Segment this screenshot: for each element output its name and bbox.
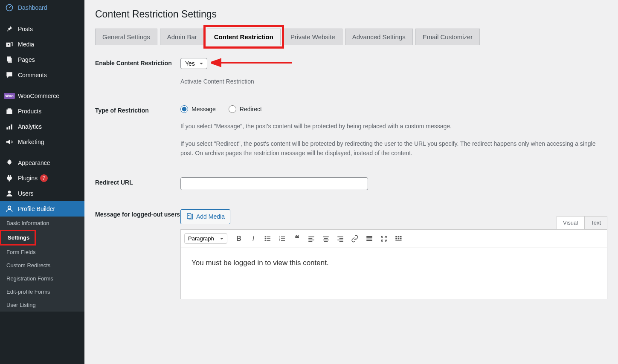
redirect-url-input[interactable] xyxy=(180,177,368,190)
sidebar-item-label: Comments xyxy=(18,72,47,78)
radio-redirect[interactable]: Redirect xyxy=(229,105,262,113)
type-helper-2: If you select "Redirect", the post's con… xyxy=(180,139,607,158)
sidebar-item-media[interactable]: Media xyxy=(0,37,84,52)
plugins-icon xyxy=(5,174,14,182)
submenu-basic-information[interactable]: Basic Information xyxy=(0,217,84,230)
svg-rect-42 xyxy=(395,236,397,237)
svg-rect-34 xyxy=(324,241,328,242)
align-center-icon[interactable] xyxy=(319,232,332,245)
radio-message-input[interactable] xyxy=(180,105,188,113)
svg-point-19 xyxy=(265,240,266,241)
svg-point-17 xyxy=(265,238,266,239)
svg-point-10 xyxy=(8,191,11,194)
sidebar-item-label: Plugins xyxy=(18,175,38,182)
svg-rect-38 xyxy=(339,241,343,242)
page-title: Content Restriction Settings xyxy=(95,9,607,20)
paragraph-select[interactable]: Paragraph xyxy=(184,233,227,244)
sidebar-item-marketing[interactable]: Marketing xyxy=(0,134,84,152)
svg-rect-47 xyxy=(400,238,402,239)
sidebar-item-pages[interactable]: Pages xyxy=(0,52,84,67)
svg-rect-7 xyxy=(6,127,8,130)
enable-helper: Activate Content Restriction xyxy=(180,77,607,86)
radio-redirect-input[interactable] xyxy=(229,105,236,113)
submenu-form-fields[interactable]: Form Fields xyxy=(0,246,84,259)
editor-tab-text[interactable]: Text xyxy=(584,216,607,229)
svg-rect-30 xyxy=(308,241,312,242)
sidebar-item-label: Products xyxy=(18,108,41,115)
quote-icon[interactable]: ❝ xyxy=(290,232,303,245)
svg-rect-16 xyxy=(267,236,270,237)
readmore-icon[interactable] xyxy=(363,232,376,245)
tab-admin-bar[interactable]: Admin Bar xyxy=(160,29,204,45)
italic-icon[interactable]: I xyxy=(247,232,260,245)
bullet-list-icon[interactable] xyxy=(261,232,274,245)
align-right-icon[interactable] xyxy=(334,232,347,245)
svg-rect-43 xyxy=(398,236,400,237)
sidebar-item-label: Appearance xyxy=(18,159,50,166)
svg-rect-36 xyxy=(339,238,343,239)
editor-content[interactable]: You must be logged in to view this conte… xyxy=(180,248,607,299)
submenu-custom-redirects[interactable]: Custom Redirects xyxy=(0,259,84,272)
submenu-user-listing[interactable]: User Listing xyxy=(0,298,84,312)
tab-content-restriction[interactable]: Content Restriction xyxy=(207,29,281,45)
svg-rect-27 xyxy=(308,236,314,237)
svg-rect-44 xyxy=(400,236,402,237)
comments-icon xyxy=(5,71,14,79)
editor-tab-visual[interactable]: Visual xyxy=(557,216,584,229)
tab-general-settings[interactable]: General Settings xyxy=(95,29,157,45)
sidebar-item-label: Posts xyxy=(18,26,33,32)
svg-point-14 xyxy=(188,215,189,216)
svg-rect-18 xyxy=(267,238,270,239)
tab-email-customizer[interactable]: Email Customizer xyxy=(415,29,480,45)
submenu-registration-forms[interactable]: Registration Forms xyxy=(0,272,84,285)
annotation-arrow xyxy=(211,56,292,69)
appearance-icon xyxy=(5,159,14,167)
toolbar-toggle-icon[interactable] xyxy=(392,232,405,245)
svg-rect-39 xyxy=(366,236,372,238)
svg-marker-13 xyxy=(211,59,221,66)
add-media-button[interactable]: Add Media xyxy=(180,209,230,224)
svg-rect-31 xyxy=(323,236,329,237)
sidebar-item-label: Media xyxy=(18,41,34,48)
svg-rect-37 xyxy=(337,240,343,240)
sidebar-item-plugins[interactable]: Plugins 7 xyxy=(0,170,84,186)
bold-icon[interactable]: B xyxy=(232,232,245,245)
sidebar-item-products[interactable]: Products xyxy=(0,104,84,119)
svg-rect-33 xyxy=(323,240,329,240)
svg-point-15 xyxy=(265,236,266,237)
svg-rect-28 xyxy=(308,238,312,239)
align-left-icon[interactable] xyxy=(305,232,318,245)
numbered-list-icon[interactable]: 123 xyxy=(276,232,289,245)
svg-rect-32 xyxy=(324,238,328,239)
submenu-edit-profile-forms[interactable]: Edit-profile Forms xyxy=(0,285,84,298)
sidebar-item-analytics[interactable]: Analytics xyxy=(0,119,84,134)
pages-icon xyxy=(5,55,14,64)
sidebar-item-dashboard[interactable]: Dashboard xyxy=(0,0,84,15)
sidebar-item-profile-builder[interactable]: Profile Builder xyxy=(0,201,84,217)
svg-point-11 xyxy=(8,206,11,209)
sidebar-item-woocommerce[interactable]: Woo WooCommerce xyxy=(0,88,84,104)
media-icon xyxy=(5,40,14,49)
tab-private-website[interactable]: Private Website xyxy=(283,29,342,45)
message-logged-out-label: Message for logged-out users xyxy=(95,209,180,218)
svg-point-2 xyxy=(8,44,9,45)
svg-rect-5 xyxy=(6,110,12,114)
sidebar-item-label: Profile Builder xyxy=(18,205,55,212)
enable-content-restriction-label: Enable Content Restriction xyxy=(95,58,180,66)
tab-advanced-settings[interactable]: Advanced Settings xyxy=(345,29,413,45)
nav-tabs: General Settings Admin Bar Content Restr… xyxy=(95,29,607,45)
submenu-settings[interactable]: Settings xyxy=(0,230,36,246)
link-icon[interactable] xyxy=(348,232,361,245)
sidebar-item-posts[interactable]: Posts xyxy=(0,21,84,37)
type-helper-1: If you select "Message", the post's cont… xyxy=(180,121,607,131)
radio-message[interactable]: Message xyxy=(180,105,216,113)
sidebar-item-users[interactable]: Users xyxy=(0,186,84,201)
sidebar-item-comments[interactable]: Comments xyxy=(0,67,84,85)
sidebar-item-appearance[interactable]: Appearance xyxy=(0,155,84,170)
fullscreen-icon[interactable] xyxy=(377,232,390,245)
media-icon xyxy=(186,212,194,221)
enable-content-restriction-select[interactable]: Yes xyxy=(180,58,207,69)
type-of-restriction-label: Type of Restriction xyxy=(95,105,180,114)
svg-rect-4 xyxy=(8,58,12,63)
svg-rect-8 xyxy=(9,126,10,129)
